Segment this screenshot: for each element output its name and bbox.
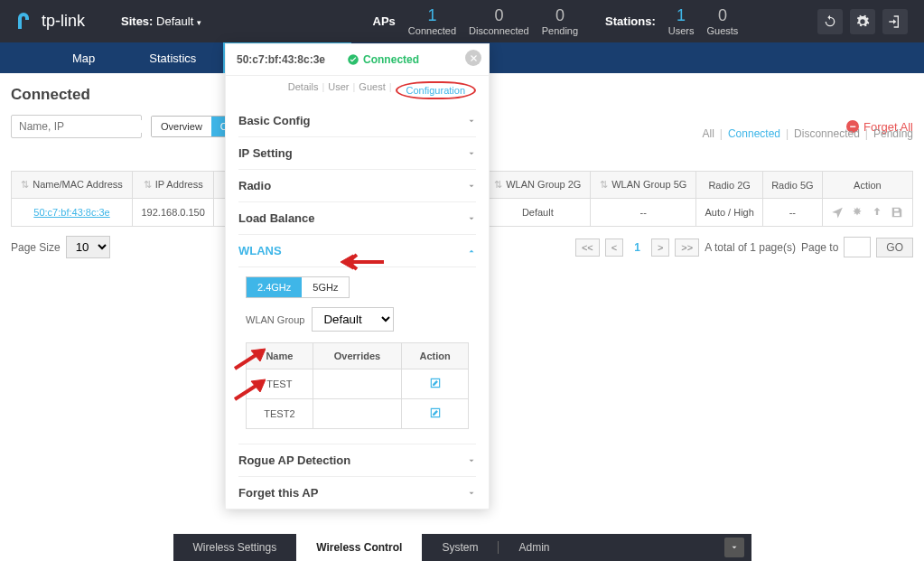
search-input[interactable]	[19, 120, 154, 133]
wlan-table: Name Overrides Action TEST TEST2	[246, 342, 469, 429]
cell-r2: Auto / High	[696, 199, 763, 227]
chevron-down-icon	[730, 543, 739, 552]
annotation-arrow	[233, 378, 266, 404]
filter-disconnected[interactable]: Disconnected	[794, 127, 860, 140]
settings-icon[interactable]	[851, 206, 863, 219]
bottom-nav: Wireless Settings Wireless Control Syste…	[173, 534, 751, 561]
bn-wireless-settings[interactable]: Wireless Settings	[173, 534, 297, 561]
pager-total: A total of 1 page(s)	[705, 241, 796, 254]
chevron-up-icon	[467, 247, 476, 256]
annotation-arrow	[339, 253, 384, 274]
pager-page-to: Page to	[801, 241, 838, 254]
col-ip[interactable]: ⇅IP Address	[133, 172, 214, 199]
filter-pending[interactable]: Pending	[873, 127, 913, 140]
wlan-row: TEST2	[247, 399, 469, 429]
chevron-down-icon	[467, 489, 476, 498]
tab-details[interactable]: Details	[288, 81, 319, 99]
acc-load-balance[interactable]: Load Balance	[238, 202, 476, 235]
tp-link-icon	[14, 11, 36, 33]
status-filter: All| Connected| Disconnected| Pending	[702, 127, 913, 140]
refresh-button[interactable]	[817, 9, 843, 34]
acc-ip-setting[interactable]: IP Setting	[238, 137, 476, 170]
band-tabs: 2.4GHz 5GHz	[246, 276, 350, 298]
brand-logo: tp-link	[14, 11, 85, 33]
settings-button[interactable]	[850, 9, 875, 34]
cell-ip: 192.168.0.150	[133, 199, 214, 227]
nav-map[interactable]: Map	[45, 42, 122, 73]
panel-tabs: Details| User| Guest| Configuration	[226, 76, 489, 105]
page-size-select[interactable]: 10	[66, 236, 110, 258]
edit-icon[interactable]	[429, 407, 442, 419]
chevron-down-icon	[467, 182, 476, 191]
cell-g5: --	[591, 199, 696, 227]
upgrade-icon[interactable]	[871, 206, 883, 219]
wlan-section: 2.4GHz 5GHz WLAN Group Default Name Over…	[238, 267, 476, 444]
col-name[interactable]: ⇅Name/MAC Address	[12, 172, 133, 199]
logout-button[interactable]	[882, 9, 908, 34]
close-button[interactable]	[465, 50, 481, 66]
acc-radio[interactable]: Radio	[238, 170, 476, 202]
acc-forget-ap[interactable]: Forget this AP	[238, 477, 476, 509]
brand-text: tp-link	[42, 12, 85, 31]
edit-icon[interactable]	[429, 377, 442, 389]
page-size-label: Page Size	[11, 241, 61, 254]
cell-mac[interactable]: 50:c7:bf:43:8c:3e	[33, 207, 109, 218]
locate-icon[interactable]	[831, 206, 844, 219]
acc-basic-config[interactable]: Basic Config	[238, 105, 476, 137]
pager-current: 1	[629, 241, 646, 254]
aps-stats: APs 1Connected 0Disconnected 0Pending	[373, 6, 579, 36]
wlan-group-label: WLAN Group	[246, 314, 304, 325]
tab-guest[interactable]: Guest	[359, 81, 385, 99]
pager-first[interactable]: <<	[575, 238, 600, 257]
col-r2[interactable]: Radio 2G	[696, 172, 763, 199]
ap-detail-panel: 50:c7:bf:43:8c:3e Connected Details| Use…	[225, 43, 490, 510]
pager-go[interactable]: GO	[876, 238, 913, 257]
panel-mac: 50:c7:bf:43:8c:3e	[237, 53, 325, 66]
cell-r5: --	[763, 199, 823, 227]
nav-statistics[interactable]: Statistics	[122, 42, 223, 73]
bn-system[interactable]: System	[422, 534, 498, 561]
bn-wireless-control[interactable]: Wireless Control	[296, 534, 422, 561]
wlan-row: TEST	[247, 369, 469, 399]
col-g2[interactable]: ⇅WLAN Group 2G	[485, 172, 591, 199]
chevron-down-icon	[467, 456, 476, 465]
chevron-down-icon	[467, 214, 476, 223]
pager-prev[interactable]: <	[605, 238, 623, 257]
filter-all[interactable]: All	[702, 127, 714, 140]
annotation-circle: Configuration	[396, 81, 476, 99]
pager-input[interactable]	[844, 237, 871, 257]
band-5g[interactable]: 5GHz	[302, 277, 349, 297]
collapse-button[interactable]	[724, 538, 744, 557]
pager-next[interactable]: >	[651, 238, 669, 257]
wlan-group-select[interactable]: Default	[312, 307, 394, 332]
wlan-col-overrides: Overrides	[313, 343, 401, 369]
site-selector[interactable]: Sites: Default ▾	[121, 14, 201, 28]
check-icon	[347, 53, 359, 66]
tab-configuration[interactable]: Configuration	[406, 85, 465, 96]
bn-admin[interactable]: Admin	[499, 534, 569, 561]
tab-overview[interactable]: Overview	[152, 117, 211, 136]
chevron-down-icon	[467, 149, 476, 158]
annotation-arrow	[233, 347, 266, 373]
filter-connected[interactable]: Connected	[728, 127, 780, 140]
col-action: Action	[822, 172, 912, 199]
close-icon	[470, 54, 478, 62]
chevron-down-icon	[467, 117, 476, 126]
cell-g2: Default	[485, 199, 591, 227]
panel-status: Connected	[347, 53, 419, 66]
pager-last[interactable]: >>	[675, 238, 699, 257]
search-input-wrap	[11, 115, 142, 138]
wlan-col-action: Action	[402, 343, 469, 369]
col-r5[interactable]: Radio 5G	[763, 172, 823, 199]
tab-user[interactable]: User	[328, 81, 349, 99]
save-icon[interactable]	[891, 206, 903, 219]
top-bar: tp-link Sites: Default ▾ APs 1Connected …	[0, 0, 924, 42]
stations-stats: Stations: 1Users 0Guests	[605, 6, 738, 36]
acc-rogue-ap[interactable]: Rogue AP Detection	[238, 444, 476, 477]
col-g5[interactable]: ⇅WLAN Group 5G	[591, 172, 696, 199]
band-2g[interactable]: 2.4GHz	[247, 277, 302, 297]
